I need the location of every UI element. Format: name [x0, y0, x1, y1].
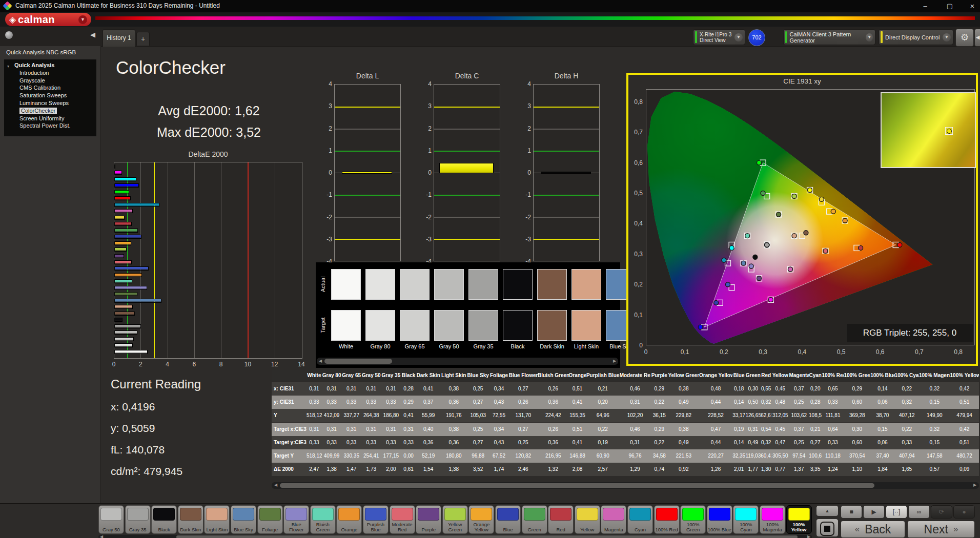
column-header-12: Orange: [569, 370, 586, 381]
record-button[interactable]: ●: [953, 505, 975, 519]
gear-icon[interactable]: ⚙: [955, 29, 974, 47]
cie-x-tick-label: 0,6: [872, 348, 888, 356]
actual-swatch-2: [400, 269, 430, 300]
sidebar-item-spectral-power-dist-[interactable]: Spectral Power Dist.: [4, 122, 96, 130]
swatch-scrollbar-thumb[interactable]: [324, 359, 392, 364]
sidebar-collapse-icon[interactable]: ◀: [90, 31, 95, 38]
palette-patch-purple[interactable]: Purple: [416, 505, 441, 534]
palette-patch-100-red[interactable]: 100% Red: [654, 505, 680, 534]
minimize-button[interactable]: –: [917, 1, 933, 11]
table-header-row: WhiteGray 80Gray 65Gray 50Gray 35BlackDa…: [272, 370, 979, 381]
calman-menu-button[interactable]: ◈ calman ▼: [5, 13, 91, 26]
palette-patch-foliage[interactable]: Foliage: [257, 505, 283, 534]
palette-patch-orange[interactable]: Orange: [336, 505, 362, 534]
palette-patch-yellow-green[interactable]: Yellow Green: [442, 505, 468, 534]
scroll-right-icon[interactable]: ▶: [611, 358, 618, 364]
table-scrollbar-thumb[interactable]: [280, 483, 874, 488]
patch-swatch: [338, 508, 360, 521]
cell-ty-14: 0,31: [620, 436, 651, 449]
palette-patch-gray-35[interactable]: Gray 35: [125, 505, 151, 534]
palette-patch-blue-sky[interactable]: Blue Sky: [231, 505, 256, 534]
table-scrollbar[interactable]: ◀ ▶: [272, 482, 979, 489]
calman-dropdown-icon[interactable]: ▼: [78, 15, 87, 24]
cell-x-20: 0,55: [761, 382, 771, 396]
cell-dE-0: 2,47: [307, 463, 322, 476]
sidebar-item-grayscale[interactable]: Grayscale: [4, 77, 96, 85]
cell-x-0: 0,31: [307, 382, 322, 396]
continuous-measure-button[interactable]: ∞: [908, 505, 930, 519]
cell-Y-2: 337,27: [341, 409, 361, 422]
close-button[interactable]: ×: [965, 1, 980, 11]
y-tick-label: -2: [320, 214, 332, 221]
back-button[interactable]: « Back: [841, 521, 905, 538]
pattern-window-button[interactable]: [816, 519, 839, 537]
cell-tY-23: 100,61: [809, 449, 822, 463]
palette-scrollbar-thumb[interactable]: [176, 535, 798, 538]
palette-patch-blue-flower[interactable]: Blue Flower: [283, 505, 309, 534]
sidebar-item-screen-uniformity[interactable]: Screen Uniformity: [4, 115, 96, 122]
patch-swatch: [180, 508, 201, 521]
refresh-button[interactable]: ⟳: [931, 505, 952, 519]
palette-scrollbar[interactable]: ◀ ▶: [98, 535, 812, 538]
pattern-generator-select[interactable]: CalMAN Client 3 Pattern Generator ▼: [783, 29, 875, 45]
palette-patch-100-cyan[interactable]: 100% Cyan: [733, 505, 759, 534]
chevron-down-icon[interactable]: ▼: [866, 33, 873, 42]
palette-patch-black[interactable]: Black: [151, 505, 177, 534]
patch-swatch: [127, 508, 149, 521]
sidebar-options-button[interactable]: [5, 31, 13, 39]
tab-history-1[interactable]: History 1: [103, 29, 135, 47]
palette-patch-100-green[interactable]: 100% Green: [680, 505, 706, 534]
palette-patch-red[interactable]: Red: [548, 505, 574, 534]
palette-patch-orange-yellow[interactable]: Orange Yellow: [468, 505, 494, 534]
cie-x-tick-label: 0,3: [756, 348, 771, 356]
de-bar-blue: [114, 235, 141, 239]
maximize-button[interactable]: ▢: [942, 1, 957, 11]
stop-button[interactable]: ■: [841, 505, 862, 519]
palette-patch-bluish-green[interactable]: Bluish Green: [310, 505, 336, 534]
palette-patch-green[interactable]: Green: [522, 505, 547, 534]
chevron-down-icon[interactable]: ▼: [734, 33, 743, 42]
tree-root-quick-analysis[interactable]: ▾Quick Analysis: [4, 61, 96, 69]
meter-count-badge[interactable]: 702: [748, 29, 765, 46]
palette-patch-dark-skin[interactable]: Dark Skin: [178, 505, 203, 534]
swatch-label: Gray 65: [398, 343, 432, 349]
play-button[interactable]: ▶: [863, 505, 885, 519]
palette-patch-moderate-red[interactable]: Moderate Red: [390, 505, 415, 534]
palette-patch-100-magenta[interactable]: 100% Magenta: [760, 505, 785, 534]
palette-patch-purplish-blue[interactable]: Purplish Blue: [363, 505, 389, 534]
palette-patch-yellow[interactable]: Yellow: [575, 505, 600, 534]
scroll-up-button[interactable]: ▲: [816, 505, 839, 516]
gridline: [434, 107, 500, 108]
display-control-name: Direct Display Control: [885, 34, 940, 40]
cell-ty-22: 0,25: [789, 436, 809, 449]
pattern-generator-name: CalMAN Client 3 Pattern Generator: [789, 31, 866, 44]
chevron-down-icon[interactable]: ▼: [943, 33, 951, 42]
palette-patch-magenta[interactable]: Magenta: [601, 505, 626, 534]
palette-patch-100-yellow[interactable]: 100% Yellow: [786, 505, 812, 534]
swatch-scrollbar[interactable]: ◀▶: [317, 358, 618, 365]
sidebar-item-luminance-sweeps[interactable]: Luminance Sweeps: [4, 99, 96, 107]
sidebar-item-colorchecker[interactable]: ColorChecker: [4, 107, 96, 115]
delta-bar: [541, 172, 591, 174]
patch-label: 100% Green: [681, 521, 705, 533]
palette-patch-blue[interactable]: Blue: [495, 505, 521, 534]
sidebar-item-cms-calibration[interactable]: CMS Calibration: [4, 84, 96, 92]
meter-select[interactable]: X-Rite i1Pro 3 Direct View ▼: [693, 29, 745, 45]
palette-patch-100-blue[interactable]: 100% Blue: [707, 505, 732, 534]
palette-patch-cyan[interactable]: Cyan: [627, 505, 653, 534]
scroll-left-icon[interactable]: ◀: [317, 358, 323, 364]
de-bar-red: [114, 222, 132, 226]
pattern-window-button[interactable]: [··]: [886, 505, 907, 519]
cell-dE-7: 1,38: [440, 463, 467, 476]
collapse-right-button[interactable]: ◀: [974, 29, 980, 47]
palette-patch-light-skin[interactable]: Light Skin: [204, 505, 230, 534]
sidebar-item-saturation-sweeps[interactable]: Saturation Sweeps: [4, 92, 96, 99]
cell-tx-7: 0,38: [440, 423, 467, 436]
cie-1931-panel: CIE 1931 xy 0,80,70,60,50,40,30,20,10 00…: [626, 73, 978, 366]
palette-patch-gray-50[interactable]: Gray 50: [98, 505, 124, 534]
sidebar-item-introduction[interactable]: Introduction: [4, 69, 96, 77]
cell-ty-21: 0,47: [771, 436, 789, 449]
display-control-select[interactable]: Direct Display Control ▼: [879, 29, 953, 45]
tab-add-button[interactable]: +: [136, 32, 150, 46]
next-button[interactable]: Next »: [907, 521, 975, 538]
